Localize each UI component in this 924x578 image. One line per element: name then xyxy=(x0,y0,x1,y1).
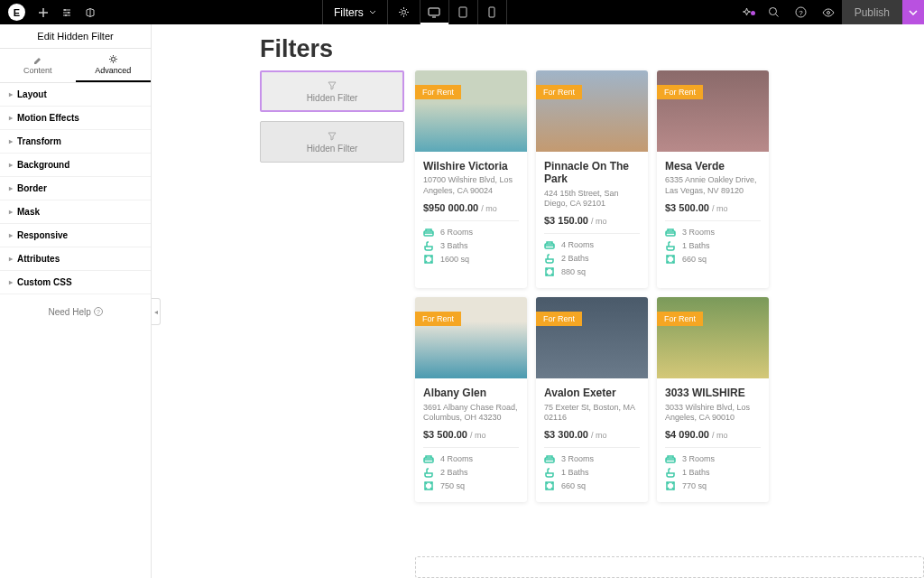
listing-price: $3 500.00 / mo xyxy=(423,429,519,440)
section-background[interactable]: Background xyxy=(0,154,151,177)
filters-dropdown[interactable]: Filters xyxy=(322,0,387,24)
listing-sq: 660 sq xyxy=(544,480,640,491)
listing-title: 3033 WILSHIRE xyxy=(665,387,761,399)
preview-button[interactable] xyxy=(815,8,842,17)
listing-image: For Rent xyxy=(415,70,527,152)
listing-title: Mesa Verde xyxy=(665,160,761,172)
listing-address: 3033 Wilshire Blvd, Los Angeles, CA 9001… xyxy=(665,403,761,424)
listing-badge: For Rent xyxy=(536,85,582,99)
sections-list: LayoutMotion EffectsTransformBackgroundB… xyxy=(0,83,151,294)
notifications-button[interactable] xyxy=(734,6,761,18)
listing-rooms: 3 Rooms xyxy=(665,227,761,238)
finder-button[interactable] xyxy=(761,6,788,18)
svg-point-3 xyxy=(402,11,405,14)
section-custom-css[interactable]: Custom CSS xyxy=(0,271,151,294)
listings-grid: For RentWilshire Victoria10700 Wilshire … xyxy=(415,70,924,502)
listing-baths: 1 Baths xyxy=(544,467,640,478)
tablet-view-button[interactable] xyxy=(449,0,478,24)
publish-options-button[interactable] xyxy=(902,0,924,24)
sidebar-panel: Edit Hidden Filter Content Advanced Layo… xyxy=(0,24,152,578)
tablet-icon xyxy=(458,6,467,18)
listing-sq: 770 sq xyxy=(665,480,761,491)
need-help-link[interactable]: Need Help ? xyxy=(0,294,151,330)
svg-rect-6 xyxy=(489,7,494,17)
settings-icon[interactable] xyxy=(61,7,72,18)
listing-badge: For Rent xyxy=(415,85,461,99)
listing-image: For Rent xyxy=(415,297,527,378)
listing-price: $3 300.00 / mo xyxy=(544,429,640,440)
listing-badge: For Rent xyxy=(657,312,703,326)
listing-rooms: 6 Rooms xyxy=(423,227,519,238)
svg-point-11 xyxy=(111,58,115,61)
listing-sq: 750 sq xyxy=(423,480,519,491)
chevron-down-icon xyxy=(909,10,918,15)
add-icon[interactable] xyxy=(38,7,49,18)
listing-baths: 2 Baths xyxy=(423,467,519,478)
elementor-logo[interactable]: E xyxy=(8,4,25,21)
collapse-sidebar-button[interactable]: ◂ xyxy=(152,298,161,325)
listing-card[interactable]: For RentAvalon Exeter75 Exeter St, Bosto… xyxy=(536,297,648,502)
listing-sq: 1600 sq xyxy=(423,254,519,265)
listing-card[interactable]: For RentAlbany Glen3691 Albany Chase Roa… xyxy=(415,297,527,502)
publish-button[interactable]: Publish xyxy=(842,0,902,24)
listing-badge: For Rent xyxy=(657,85,703,99)
help-icon: ? xyxy=(94,307,103,316)
section-mask[interactable]: Mask xyxy=(0,200,151,224)
listing-card[interactable]: For RentPinnacle On The Park424 15th Str… xyxy=(536,70,648,288)
filter-icon xyxy=(327,131,337,142)
listing-rooms: 4 Rooms xyxy=(544,239,640,250)
listing-price: $4 090.00 / mo xyxy=(665,429,761,440)
eye-icon xyxy=(822,8,835,17)
panel-title: Edit Hidden Filter xyxy=(0,24,151,49)
help-button[interactable]: ? xyxy=(788,6,815,18)
topbar: E Filters ? Publish xyxy=(0,0,924,24)
listing-card[interactable]: For RentMesa Verde6335 Annie Oakley Driv… xyxy=(657,70,769,288)
svg-text:?: ? xyxy=(799,9,803,17)
listing-address: 424 15th Street, San Diego, CA 92101 xyxy=(544,189,640,210)
svg-point-2 xyxy=(65,14,67,16)
listing-image: For Rent xyxy=(536,70,648,152)
section-motion-effects[interactable]: Motion Effects xyxy=(0,107,151,130)
section-transform[interactable]: Transform xyxy=(0,130,151,154)
desktop-view-button[interactable] xyxy=(420,0,449,24)
tab-advanced[interactable]: Advanced xyxy=(76,49,152,82)
page-settings-button[interactable] xyxy=(387,0,420,24)
listing-address: 3691 Albany Chase Road, Columbus, OH 432… xyxy=(423,403,519,424)
listing-price: $3 150.00 / mo xyxy=(544,215,640,226)
listing-address: 6335 Annie Oakley Drive, Las Vegas, NV 8… xyxy=(665,175,761,196)
page-title: Filters xyxy=(260,35,924,63)
listing-sq: 660 sq xyxy=(665,254,761,265)
widget-dropzone[interactable] xyxy=(415,556,924,578)
listing-image: For Rent xyxy=(536,297,648,378)
listing-price: $950 000.00 / mo xyxy=(423,202,519,213)
hidden-filter-widget[interactable]: Hidden Filter xyxy=(260,121,404,163)
listing-card[interactable]: For RentWilshire Victoria10700 Wilshire … xyxy=(415,70,527,288)
section-attributes[interactable]: Attributes xyxy=(0,247,151,271)
hidden-filter-widget-selected[interactable]: Hidden Filter xyxy=(260,70,404,112)
listing-image: For Rent xyxy=(657,70,769,152)
listing-title: Wilshire Victoria xyxy=(423,160,519,172)
search-icon xyxy=(768,6,780,18)
listing-title: Albany Glen xyxy=(423,387,519,399)
listing-baths: 3 Baths xyxy=(423,240,519,251)
editor-canvas: Filters Hidden Filter Hidden Filter For … xyxy=(152,24,924,578)
filters-label: Filters xyxy=(334,6,364,19)
desktop-icon xyxy=(428,7,440,18)
section-responsive[interactable]: Responsive xyxy=(0,224,151,247)
section-border[interactable]: Border xyxy=(0,177,151,200)
svg-rect-4 xyxy=(429,8,439,15)
listing-card[interactable]: For Rent3033 WILSHIRE3033 Wilshire Blvd,… xyxy=(657,297,769,502)
tab-content[interactable]: Content xyxy=(0,49,76,82)
chevron-down-icon xyxy=(369,10,376,14)
pencil-icon xyxy=(32,54,42,64)
mobile-icon xyxy=(488,6,495,18)
listing-title: Pinnacle On The Park xyxy=(544,160,640,186)
svg-point-7 xyxy=(770,8,777,15)
mobile-view-button[interactable] xyxy=(478,0,507,24)
help-icon: ? xyxy=(795,6,807,18)
gear-icon xyxy=(398,6,410,18)
structure-icon[interactable] xyxy=(85,7,96,18)
section-layout[interactable]: Layout xyxy=(0,83,151,107)
listing-baths: 1 Baths xyxy=(665,240,761,251)
svg-point-0 xyxy=(64,9,66,11)
